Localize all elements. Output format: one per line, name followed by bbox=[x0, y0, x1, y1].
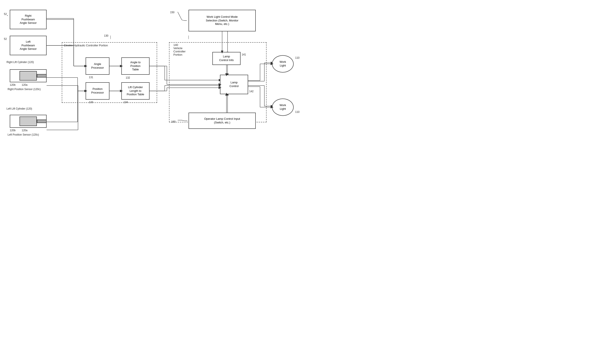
lift-cylinder-table-box: Lift CylinderLength toPosition Table bbox=[121, 82, 149, 100]
ref-52-right: 52 bbox=[4, 13, 7, 16]
right-lift-cylinder-label: Right Lift Cylinder (120) bbox=[6, 61, 34, 64]
vehicle-controller-label: VehicleControllerPortion bbox=[173, 47, 186, 56]
ref-140: 140 bbox=[173, 43, 178, 47]
label-120a-left: 120a bbox=[22, 129, 27, 132]
left-cylinder-piston bbox=[19, 117, 37, 126]
angle-position-table-box: Angle toPositionTable bbox=[121, 57, 149, 75]
svg-line-78 bbox=[178, 12, 182, 19]
label-120a-right: 120a bbox=[22, 83, 27, 86]
ref-52-left: 52 bbox=[4, 38, 7, 40]
left-lift-cylinder-label: Left Lift Cylinder (120) bbox=[6, 107, 32, 110]
right-position-sensor-label: Right Position Sensor (120c) bbox=[8, 88, 41, 91]
right-cylinder-rod bbox=[37, 74, 47, 78]
ref-131: 131 bbox=[89, 76, 93, 79]
ref-160: 160 bbox=[171, 120, 175, 123]
left-pushbeam-box: LeftPushbeamAngle Sensor bbox=[10, 36, 47, 55]
angle-processor-box: AngleProcessor bbox=[86, 57, 109, 75]
electro-hydraulic-label: Electro Hydraulic Controller Portion bbox=[64, 44, 108, 47]
ref-133: 133 bbox=[89, 101, 93, 104]
ref-110-top: 110 bbox=[295, 56, 299, 59]
ref-142: 142 bbox=[249, 90, 254, 93]
ref-132: 132 bbox=[126, 76, 130, 79]
lamp-control-info-box: LampControl Info bbox=[212, 52, 241, 65]
ref-110-bottom: 110 bbox=[295, 110, 299, 114]
operator-lamp-input-box: Operator Lamp Control Input(Switch, etc.… bbox=[189, 113, 256, 129]
ref-150: 150 bbox=[170, 11, 175, 14]
work-light-control-mode-box: Work Light Control ModeSelection (Switch… bbox=[189, 10, 256, 31]
ref-141: 141 bbox=[242, 53, 246, 56]
position-processor-box: PositionProcessor bbox=[86, 82, 109, 100]
left-position-sensor-label: Left Position Sensor (120c) bbox=[8, 133, 39, 136]
diagram: 52 RightPushbeamAngle Sensor 52 LeftPush… bbox=[0, 0, 303, 182]
label-120b-left: 120b bbox=[10, 129, 16, 132]
right-cylinder-piston bbox=[19, 71, 37, 80]
lamp-control-box: LampControl bbox=[220, 75, 248, 94]
label-120b-right: 120b bbox=[10, 83, 16, 86]
right-pushbeam-box: RightPushbeamAngle Sensor bbox=[10, 10, 47, 29]
ref-130: 130 bbox=[104, 34, 108, 37]
work-light-bottom-circle: WorkLight bbox=[272, 99, 294, 116]
left-cylinder-rod bbox=[37, 119, 47, 123]
ref-134: 134 bbox=[123, 101, 128, 104]
work-light-top-circle: WorkLight bbox=[272, 55, 294, 73]
